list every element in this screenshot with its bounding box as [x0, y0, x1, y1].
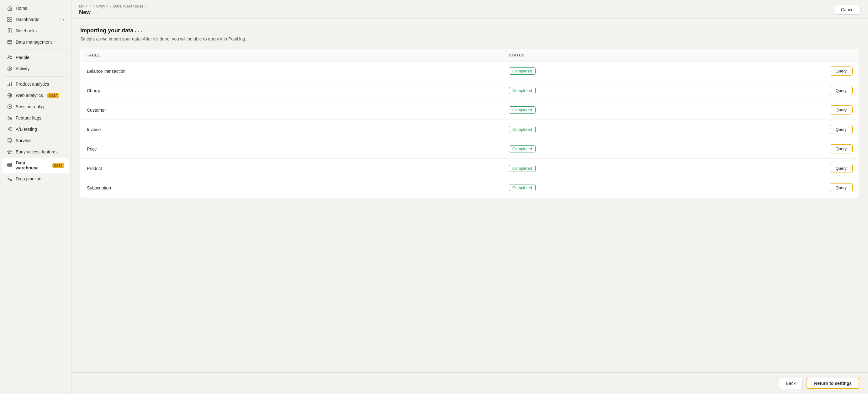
sidebar-item-label: Data management	[16, 39, 52, 44]
cell-table-name: Price	[81, 139, 503, 159]
sidebar-item-notebooks[interactable]: Notebooks	[2, 25, 69, 36]
query-button-0[interactable]: Query	[830, 66, 852, 75]
sidebar-item-data-pipeline[interactable]: Data pipeline	[2, 174, 69, 184]
plus-icon[interactable]: +	[61, 81, 64, 87]
status-badge: Completed	[509, 87, 536, 94]
beta-badge-dw: BETA	[52, 163, 64, 168]
status-badge: Completed	[509, 184, 536, 191]
data-warehouse-icon	[7, 162, 12, 168]
query-button-4[interactable]: Query	[830, 144, 852, 153]
product-analytics-icon	[7, 81, 12, 87]
status-badge: Completed	[509, 145, 536, 152]
session-replay-icon	[7, 104, 12, 110]
sidebar-item-dashboards[interactable]: Dashboards ▾	[2, 14, 69, 25]
breadcrumb-sep-2: /	[110, 4, 111, 8]
sidebar-item-activity[interactable]: Activity	[2, 63, 69, 74]
cell-status: Completed	[503, 120, 565, 139]
status-badge: Completed	[509, 126, 536, 133]
svg-rect-2	[7, 20, 9, 22]
sidebar-item-surveys[interactable]: Surveys	[2, 135, 69, 146]
sidebar-divider-1	[4, 50, 67, 50]
sidebar-item-early-access[interactable]: Early access features	[2, 147, 69, 157]
svg-rect-1	[10, 17, 12, 19]
breadcrumb-dw-label: Data Warehouse	[113, 4, 144, 8]
notebook-icon	[7, 28, 12, 34]
table-row: Charge Completed Query	[81, 81, 859, 100]
query-button-3[interactable]: Query	[830, 125, 852, 134]
main-content: Ian ▾ / Howdy ▾ / Data Warehouse / New C…	[71, 0, 868, 394]
cell-status: Completed	[503, 159, 565, 178]
sidebar-item-label: A/B testing	[16, 127, 37, 132]
sidebar-item-people[interactable]: People	[2, 52, 69, 63]
cell-status: Completed	[503, 139, 565, 159]
cell-query: Query	[565, 61, 859, 81]
svg-point-25	[10, 118, 11, 120]
svg-rect-0	[7, 17, 9, 19]
cell-table-name: Subscription	[81, 178, 503, 198]
cell-status: Completed	[503, 81, 565, 100]
data-pipeline-icon	[7, 176, 12, 182]
query-button-2[interactable]: Query	[830, 105, 852, 115]
content-area: Importing your data . . . Sit tight as w…	[71, 19, 868, 372]
sidebar-item-web-analytics[interactable]: Web analytics BETA	[2, 90, 69, 101]
table-row: Price Completed Query	[81, 139, 859, 159]
cell-status: Completed	[503, 178, 565, 198]
sidebar-item-data-management[interactable]: Data management	[2, 37, 69, 48]
cell-status: Completed	[503, 100, 565, 120]
query-button-6[interactable]: Query	[830, 183, 852, 192]
data-management-icon	[7, 39, 12, 45]
svg-rect-3	[10, 20, 12, 22]
sidebar-item-product-analytics[interactable]: Product analytics +	[2, 79, 69, 89]
page-title: New	[79, 9, 147, 16]
breadcrumb-data-warehouse[interactable]: Data Warehouse	[113, 4, 144, 8]
sidebar-item-label: Dashboards	[16, 17, 39, 22]
footer-actions: Back Return to settings	[71, 372, 868, 394]
dashboard-icon	[7, 17, 12, 22]
breadcrumb-howdy[interactable]: Howdy ▾	[93, 4, 108, 8]
sidebar-item-home[interactable]: Home	[2, 3, 69, 13]
query-button-5[interactable]: Query	[830, 164, 852, 173]
people-icon	[7, 55, 12, 60]
sidebar-item-session-replay[interactable]: Session replay	[2, 101, 69, 112]
table-row: Invoice Completed Query	[81, 120, 859, 139]
breadcrumb: Ian ▾ / Howdy ▾ / Data Warehouse / New	[79, 4, 147, 16]
breadcrumb-howdy-label: Howdy	[93, 4, 105, 8]
sidebar-item-label: Data pipeline	[16, 176, 41, 181]
cell-table-name: Customer	[81, 100, 503, 120]
table-row: Subscription Completed Query	[81, 178, 859, 198]
cell-table-name: Invoice	[81, 120, 503, 139]
breadcrumb-ian-chevron: ▾	[86, 4, 88, 8]
svg-point-12	[10, 56, 11, 57]
cell-table-name: BalanceTransaction	[81, 61, 503, 81]
svg-rect-18	[11, 82, 11, 86]
svg-rect-8	[7, 40, 12, 41]
svg-marker-23	[9, 106, 11, 108]
cell-status: Completed	[503, 61, 565, 81]
sidebar-item-data-warehouse[interactable]: Data warehouse BETA	[2, 158, 69, 173]
breadcrumb-ian[interactable]: Ian ▾	[79, 4, 88, 8]
importing-title: Importing your data . . .	[80, 27, 859, 34]
svg-rect-10	[7, 43, 12, 44]
svg-rect-27	[8, 139, 11, 142]
cell-table-name: Product	[81, 159, 503, 178]
return-to-settings-button[interactable]: Return to settings	[807, 378, 859, 389]
sidebar: Home Dashboards ▾ Notebooks Data managem…	[0, 0, 71, 394]
sidebar-item-label: Notebooks	[16, 28, 37, 33]
back-button[interactable]: Back	[779, 378, 803, 389]
sidebar-item-label: Feature flags	[16, 116, 41, 120]
sidebar-item-label: Home	[16, 6, 27, 11]
imports-table: TABLE STATUS BalanceTransaction Complete…	[80, 49, 859, 198]
surveys-icon	[7, 138, 12, 143]
sidebar-divider-2	[4, 76, 67, 77]
query-button-1[interactable]: Query	[830, 86, 852, 95]
beta-badge-web: BETA	[48, 93, 59, 98]
table-row: Customer Completed Query	[81, 100, 859, 120]
cancel-button[interactable]: Cancel	[835, 5, 861, 15]
sidebar-item-label: Surveys	[16, 138, 32, 143]
web-analytics-icon	[7, 93, 12, 98]
cell-query: Query	[565, 178, 859, 198]
svg-rect-17	[9, 84, 10, 86]
sidebar-item-feature-flags[interactable]: Feature flags	[2, 113, 69, 123]
sidebar-item-label: Session replay	[16, 104, 44, 109]
sidebar-item-ab-testing[interactable]: A/B testing	[2, 124, 69, 134]
